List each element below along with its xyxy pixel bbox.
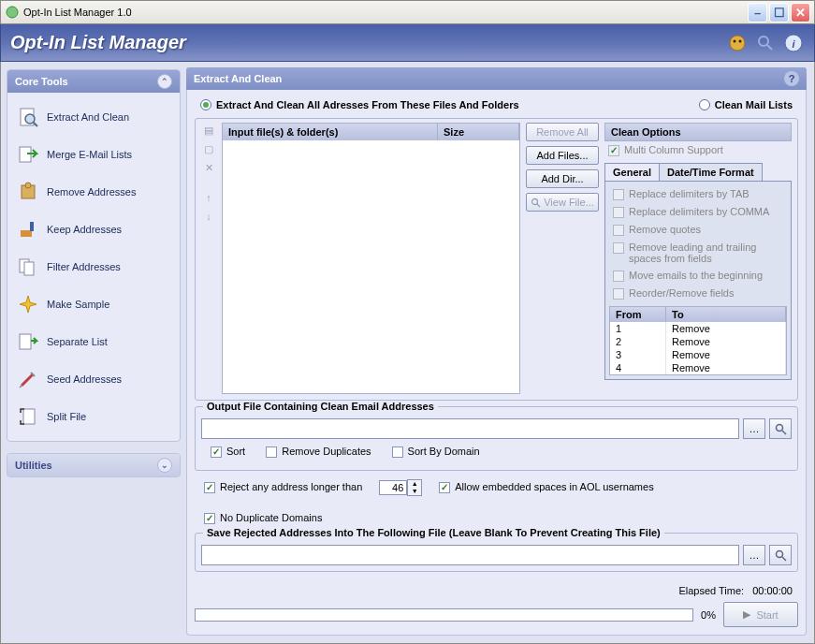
content-area: Extract And Clean ? Extract And Clean Al…: [186, 62, 814, 643]
sidebar-item-extract-and-clean[interactable]: Extract And Clean: [11, 98, 176, 136]
output-file-input[interactable]: [201, 418, 739, 439]
brush-icon: [17, 218, 39, 241]
radio-extract[interactable]: Extract And Clean All Adresses From Thes…: [200, 99, 519, 110]
deselect-icon[interactable]: ▢: [201, 141, 216, 156]
allow-embedded-check[interactable]: Allow embedded spaces in AOL usernames: [435, 478, 657, 496]
browse-button[interactable]: …: [743, 418, 765, 439]
core-tools-panel: Core Tools ⌃ Extract And Clean Merge E-M…: [7, 69, 181, 442]
svg-point-2: [734, 39, 736, 42]
elapsed-value: 00:00:00: [752, 585, 793, 596]
sort-domain-check[interactable]: Sort By Domain: [388, 443, 484, 461]
spinner-buttons[interactable]: ▲▼: [407, 479, 422, 496]
svg-rect-18: [20, 334, 31, 349]
remove-all-button[interactable]: Remove All: [526, 123, 599, 141]
svg-line-21: [20, 385, 22, 388]
radio-clean[interactable]: Clean Mail Lists: [699, 99, 793, 110]
utilities-header[interactable]: Utilities ⌄: [7, 454, 180, 476]
maximize-button[interactable]: ☐: [769, 3, 789, 22]
core-tools-header[interactable]: Core Tools ⌃: [7, 70, 180, 93]
start-button[interactable]: ▶ Start: [723, 602, 798, 627]
tab-datetime[interactable]: Date/Time Format: [659, 163, 763, 181]
move-up-icon[interactable]: ↑: [201, 190, 216, 205]
expand-icon[interactable]: ⌄: [157, 458, 172, 473]
svg-line-19: [22, 374, 33, 386]
sidebar-item-label: Remove Addresses: [47, 186, 136, 198]
split-icon: [17, 405, 39, 428]
content-title: Extract And Clean: [194, 73, 784, 84]
info-icon[interactable]: i: [782, 32, 805, 54]
sidebar-item-label: Keep Addresses: [47, 224, 122, 235]
puzzle-icon: [17, 181, 39, 203]
svg-rect-13: [25, 183, 31, 188]
titlebar: Opt-In List Manager 1.0 – ☐ ✕: [0, 0, 815, 24]
no-dup-domains-check[interactable]: No Duplicate Domains: [200, 509, 326, 527]
move-down-icon[interactable]: ↓: [201, 209, 216, 224]
tab-general[interactable]: General: [604, 163, 660, 181]
browse-rejected-button[interactable]: …: [743, 545, 765, 565]
help-icon[interactable]: ?: [784, 71, 799, 86]
multi-column-check[interactable]: Multi Column Support: [604, 141, 792, 159]
checkbox-icon: [613, 189, 624, 200]
svg-line-26: [782, 431, 786, 434]
delete-icon[interactable]: ✕: [201, 160, 216, 175]
sidebar-item-filter[interactable]: Filter Addresses: [11, 248, 176, 285]
checkbox-icon: [613, 207, 624, 218]
multi-column-label: Multi Column Support: [624, 144, 723, 155]
sidebar-item-seed[interactable]: Seed Addresses: [11, 360, 176, 398]
sidebar-item-label: Split File: [47, 411, 86, 422]
filter-icon: [17, 256, 39, 278]
view-file-button[interactable]: View File...: [526, 193, 599, 212]
add-dir-button[interactable]: Add Dir...: [526, 169, 599, 188]
radio-extract-label: Extract And Clean All Adresses From Thes…: [216, 99, 519, 110]
search-button[interactable]: [769, 418, 792, 439]
opt-replace-comma[interactable]: Replace delimiters by COMMA: [609, 203, 787, 221]
sidebar-item-separate[interactable]: Separate List: [11, 323, 176, 360]
svg-point-9: [25, 114, 35, 124]
bug-icon[interactable]: [726, 32, 749, 54]
select-all-icon[interactable]: ▤: [201, 123, 216, 138]
svg-point-1: [730, 36, 745, 51]
opt-move-emails[interactable]: Move emails to the beginning: [609, 267, 787, 285]
rejected-file-input[interactable]: [201, 545, 739, 565]
opt-trim-spaces[interactable]: Remove leading and trailing spaces from …: [609, 239, 787, 267]
main-area: Core Tools ⌃ Extract And Clean Merge E-M…: [0, 62, 815, 644]
checkbox-icon: [204, 482, 215, 493]
sidebar-item-merge[interactable]: Merge E-Mail Lists: [11, 136, 176, 173]
reorder-body[interactable]: 1Remove 2Remove 3Remove 4Remove: [610, 322, 786, 374]
minimize-button[interactable]: –: [748, 3, 767, 22]
utilities-title: Utilities: [15, 460, 157, 471]
add-files-button[interactable]: Add Files...: [526, 146, 599, 165]
reject-length-input[interactable]: [379, 480, 407, 495]
opt-replace-tab[interactable]: Replace delimiters by TAB: [609, 185, 787, 203]
sidebar-item-sample[interactable]: Make Sample: [11, 285, 176, 323]
reject-longer-check[interactable]: Reject any address longer than: [200, 478, 366, 496]
input-files-table[interactable]: Input file(s) & folder(s) Size: [222, 123, 520, 394]
opt-reorder-fields[interactable]: Reorder/Remove fields: [609, 285, 787, 302]
search-rejected-button[interactable]: [769, 545, 792, 565]
col-size[interactable]: Size: [438, 124, 519, 140]
utilities-panel: Utilities ⌄: [7, 453, 181, 477]
col-to[interactable]: To: [666, 307, 786, 322]
remove-dup-check[interactable]: Remove Duplicates: [262, 443, 374, 461]
table-row: 4Remove: [610, 361, 786, 374]
progress-bar: [195, 608, 693, 622]
close-button[interactable]: ✕: [791, 3, 810, 22]
sort-check[interactable]: Sort: [207, 443, 249, 461]
sparkle-icon: [17, 293, 39, 315]
checkbox-icon: [608, 145, 619, 156]
svg-line-28: [782, 557, 786, 561]
collapse-icon[interactable]: ⌃: [157, 74, 172, 89]
col-input-files[interactable]: Input file(s) & folder(s): [223, 124, 438, 140]
sidebar-item-split[interactable]: Split File: [11, 398, 176, 435]
sidebar-item-keep[interactable]: Keep Addresses: [11, 211, 176, 248]
separate-icon: [17, 330, 39, 353]
sidebar-item-remove[interactable]: Remove Addresses: [11, 173, 176, 211]
search-icon[interactable]: [754, 32, 777, 54]
elapsed-row: Elapsed Time: 00:00:00: [195, 583, 798, 598]
opt-remove-quotes[interactable]: Remove quotes: [609, 221, 787, 239]
sidebar-item-label: Extract And Clean: [47, 111, 129, 123]
col-from[interactable]: From: [610, 307, 666, 322]
core-tools-body: Extract And Clean Merge E-Mail Lists Rem…: [7, 93, 180, 441]
sidebar-item-label: Separate List: [47, 336, 108, 347]
svg-point-27: [776, 550, 782, 557]
